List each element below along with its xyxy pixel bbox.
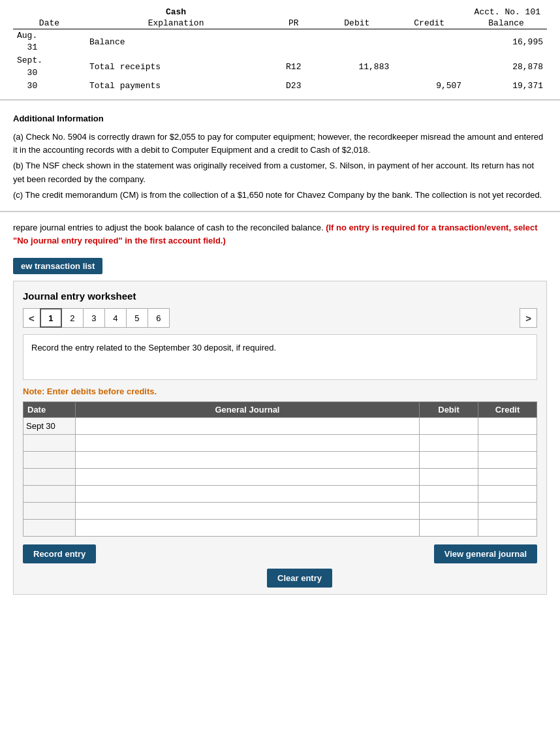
- journal-input-gj[interactable]: [76, 520, 419, 536]
- journal-input-credit[interactable]: [478, 520, 537, 536]
- journal-input-gj[interactable]: [76, 418, 419, 434]
- instructions-section: repare journal entries to adjust the boo…: [0, 212, 560, 254]
- buttons-row: Record entry View general journal: [23, 544, 537, 563]
- view-general-journal-button[interactable]: View general journal: [434, 544, 537, 563]
- additional-info-section: Additional Information (a) Check No. 590…: [0, 101, 560, 212]
- journal-row: Sept 30: [23, 418, 537, 435]
- journal-cell-credit[interactable]: [478, 435, 537, 452]
- journal-input-debit[interactable]: [420, 435, 478, 451]
- journal-cell-debit[interactable]: [420, 469, 478, 486]
- journal-cell-gj[interactable]: [76, 469, 420, 486]
- additional-info-item: (c) The credit memorandum (CM) is from t…: [13, 189, 547, 202]
- ledger-row-credit: [393, 29, 465, 55]
- journal-header-debit: Debit: [420, 402, 478, 418]
- journal-input-debit[interactable]: [420, 503, 478, 519]
- ledger-col-explanation: Explanation: [86, 18, 266, 29]
- journal-input-debit[interactable]: [420, 452, 478, 468]
- journal-input-credit[interactable]: [478, 469, 537, 485]
- journal-cell-gj[interactable]: [76, 503, 420, 520]
- journal-input-credit[interactable]: [478, 418, 537, 434]
- journal-cell-gj[interactable]: [76, 435, 420, 452]
- journal-input-gj[interactable]: [76, 435, 419, 451]
- ledger-row-debit: 11,883: [320, 54, 393, 79]
- journal-cell-debit[interactable]: [420, 503, 478, 520]
- journal-cell-debit[interactable]: [420, 486, 478, 503]
- note-line: Note: Enter debits before credits.: [23, 386, 537, 396]
- journal-input-gj[interactable]: [76, 503, 419, 519]
- journal-input-credit[interactable]: [478, 486, 537, 502]
- ledger-row-pr: R12: [266, 54, 320, 79]
- journal-input-credit[interactable]: [478, 503, 537, 519]
- journal-row: [23, 469, 537, 486]
- worksheet-tab-6[interactable]: 6: [148, 308, 170, 328]
- ledger-row-date: 30: [13, 80, 86, 93]
- journal-input-gj[interactable]: [76, 469, 419, 485]
- journal-cell-date: [23, 469, 76, 486]
- ledger-row-debit: [320, 29, 393, 55]
- ledger-col-date: Date: [13, 18, 86, 29]
- journal-input-credit[interactable]: [478, 435, 537, 451]
- worksheet-tab-5[interactable]: 5: [126, 308, 148, 328]
- journal-cell-credit[interactable]: [478, 469, 537, 486]
- journal-cell-gj[interactable]: [76, 486, 420, 503]
- journal-input-debit[interactable]: [420, 520, 478, 536]
- journal-input-credit[interactable]: [478, 452, 537, 468]
- ledger-row-explanation: Total payments: [86, 80, 266, 93]
- tab-nav-left[interactable]: <: [23, 308, 40, 328]
- worksheet-container: Journal entry worksheet < 123456 > Recor…: [13, 281, 547, 595]
- ledger-row-date: Sept. 30: [13, 54, 86, 79]
- journal-cell-gj[interactable]: [76, 418, 420, 435]
- journal-cell-gj[interactable]: [76, 452, 420, 469]
- journal-row: [23, 520, 537, 537]
- worksheet-tab-3[interactable]: 3: [83, 308, 105, 328]
- ledger-header-pr: [266, 7, 320, 18]
- journal-cell-debit[interactable]: [420, 452, 478, 469]
- journal-cell-credit[interactable]: [478, 452, 537, 469]
- instructions-main: repare journal entries to adjust the boo…: [13, 223, 326, 232]
- journal-cell-credit[interactable]: [478, 486, 537, 503]
- view-transaction-button[interactable]: ew transaction list: [13, 258, 102, 274]
- journal-header-gj: General Journal: [76, 402, 420, 418]
- clear-entry-button[interactable]: Clear entry: [267, 569, 332, 588]
- journal-input-debit[interactable]: [420, 469, 478, 485]
- journal-cell-gj[interactable]: [76, 520, 420, 537]
- journal-cell-date: [23, 520, 76, 537]
- ledger-col-pr: PR: [266, 18, 320, 29]
- tab-nav-right[interactable]: >: [520, 308, 537, 328]
- journal-cell-date: [23, 503, 76, 520]
- worksheet-tab-2[interactable]: 2: [61, 308, 84, 328]
- ledger-row-date: Aug. 31: [13, 29, 86, 55]
- journal-row: [23, 435, 537, 452]
- journal-cell-credit[interactable]: [478, 503, 537, 520]
- ledger-row-pr: D23: [266, 80, 320, 93]
- ledger-row-credit: 9,507: [393, 80, 465, 93]
- additional-info-item: (b) The NSF check shown in the statement…: [13, 159, 547, 185]
- journal-cell-date: [23, 435, 76, 452]
- ledger-row-balance: 28,878: [465, 54, 547, 79]
- ledger-col-balance: Balance: [465, 18, 547, 29]
- worksheet-tab-4[interactable]: 4: [104, 308, 127, 328]
- ledger-row-balance: 16,995: [465, 29, 547, 55]
- ledger-row-pr: [266, 29, 320, 55]
- journal-cell-credit[interactable]: [478, 418, 537, 435]
- record-entry-button[interactable]: Record entry: [23, 544, 96, 563]
- journal-cell-debit[interactable]: [420, 435, 478, 452]
- journal-cell-credit[interactable]: [478, 520, 537, 537]
- journal-row: [23, 486, 537, 503]
- journal-cell-debit[interactable]: [420, 418, 478, 435]
- ledger-section: Cash Acct. No. 101 Date Explanation PR D…: [0, 0, 560, 101]
- ledger-col-debit: Debit: [320, 18, 393, 29]
- instruction-box: Record the entry related to the Septembe…: [23, 334, 537, 380]
- buttons-second-row: Clear entry: [23, 569, 537, 588]
- ledger-row-explanation: Balance: [86, 29, 266, 55]
- journal-row: [23, 503, 537, 520]
- worksheet-tab-1[interactable]: 1: [40, 308, 62, 328]
- journal-cell-debit[interactable]: [420, 520, 478, 537]
- journal-input-debit[interactable]: [420, 418, 478, 434]
- journal-input-gj[interactable]: [76, 486, 419, 502]
- journal-input-debit[interactable]: [420, 486, 478, 502]
- journal-input-gj[interactable]: [76, 452, 419, 468]
- ledger-acct: Acct. No. 101: [393, 7, 547, 18]
- ledger-row-credit: [393, 54, 465, 79]
- journal-table: Date General Journal Debit Credit Sept 3…: [23, 401, 537, 537]
